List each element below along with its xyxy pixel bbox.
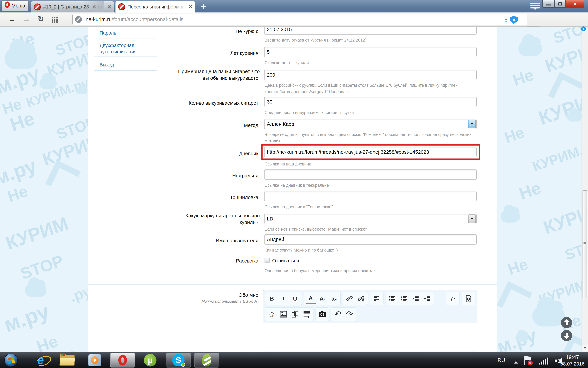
tab-personal-details[interactable]: Персональная информац ×	[115, 1, 195, 13]
network-signal-icon[interactable]	[539, 357, 548, 365]
adblock-shield-icon[interactable]: ×	[510, 16, 518, 24]
tab-forum-page[interactable]: #10_2 | Страница 23 | Фор ×	[31, 1, 114, 12]
taskbar-green-app-icon[interactable]	[194, 353, 219, 368]
price-input[interactable]	[264, 70, 477, 80]
ne-kurim-favicon	[34, 3, 41, 10]
count-label: Кол-во выкуриваемых сигарет:	[173, 100, 260, 106]
smilies-icon[interactable]: ☺	[267, 309, 277, 320]
address-bar: ← → ↻ ne-kurim.ru/forum/account/personal…	[0, 12, 588, 27]
opera-menu-label: Меню	[11, 3, 25, 9]
tray-time: 19:47	[559, 354, 586, 360]
taskbar-opera-icon[interactable]	[110, 353, 135, 368]
bold-icon[interactable]: B	[267, 293, 277, 304]
taskbar-skype-icon[interactable]: S	[166, 353, 191, 368]
quit-date-input[interactable]	[264, 27, 477, 35]
svg-text:2: 2	[401, 299, 402, 301]
sidebar-item-password[interactable]: Пароль	[100, 30, 156, 36]
minimize-button[interactable]	[542, 0, 555, 8]
unordered-list-icon[interactable]	[387, 293, 398, 304]
about-editor-body[interactable]	[263, 323, 477, 351]
insert-link-icon[interactable]	[344, 293, 355, 304]
opera-menu-button[interactable]: Меню	[1, 0, 28, 11]
window-controls: ×	[542, 0, 584, 8]
insert-media-icon[interactable]	[290, 309, 300, 320]
brand-select[interactable]: LD ▼	[264, 214, 477, 224]
chevron-down-icon[interactable]: ▼	[468, 120, 476, 129]
start-button[interactable]	[4, 354, 18, 367]
blocked-count: 5	[505, 17, 508, 23]
language-indicator[interactable]: RU	[498, 357, 505, 363]
method-value: Аллен Карр	[267, 121, 294, 127]
years-input[interactable]	[264, 47, 477, 57]
toshnilovka-input[interactable]	[264, 191, 477, 201]
reload-icon[interactable]: ↻	[36, 13, 46, 24]
taskbar-explorer-icon[interactable]	[55, 353, 80, 368]
url-field[interactable]: ne-kurim.ru/forum/account/personal-detai…	[72, 14, 527, 25]
price-label: Примерная цена пачки сигарет, что вы обы…	[173, 68, 260, 81]
taskbar-internet-explorer-icon[interactable]: e	[28, 353, 53, 368]
method-hint: Выберите один из пунктов в выпадающем сп…	[264, 131, 483, 144]
scroll-to-bottom-button[interactable]	[561, 330, 572, 341]
sidebar-item-two-factor[interactable]: Двухфакторная аутентификация	[100, 42, 156, 55]
action-center-flag-icon[interactable]: ×	[525, 356, 531, 365]
about-label: Обо мне:	[173, 292, 260, 298]
mailing-checkbox[interactable]	[264, 258, 270, 263]
indent-icon[interactable]	[422, 293, 432, 304]
text-color-icon[interactable]: A	[305, 293, 316, 304]
watermark-cloud-shape	[567, 112, 582, 122]
mailing-label: Рассылка:	[173, 258, 260, 264]
watermark-text: Не	[510, 65, 536, 90]
watermark-text: КУРИМ	[541, 198, 588, 238]
tab-close-icon[interactable]: ×	[108, 3, 111, 10]
tray-expand-icon[interactable]	[514, 359, 518, 364]
forward-icon[interactable]: →	[21, 13, 31, 24]
remove-link-icon[interactable]	[356, 293, 367, 304]
scroll-to-top-button[interactable]	[561, 317, 572, 328]
back-icon[interactable]: ←	[7, 13, 17, 24]
italic-icon[interactable]: I	[278, 293, 289, 304]
taskbar-utorrent-icon[interactable]: µ	[138, 353, 163, 368]
watermark-text: Не	[506, 255, 530, 278]
ordered-list-icon[interactable]: 1 2	[399, 293, 409, 304]
outdent-icon[interactable]	[410, 293, 421, 304]
bbcode-source-icon[interactable]	[463, 293, 474, 304]
tab-close-icon[interactable]: ×	[189, 3, 192, 10]
tab-list-menu-icon[interactable]	[530, 3, 540, 11]
underline-icon[interactable]: U	[290, 293, 300, 304]
scrollbar-thumb[interactable]	[582, 190, 587, 298]
watermark-cloud-shape	[25, 283, 46, 297]
chevron-down-icon[interactable]: ▼	[468, 214, 476, 223]
redo-icon[interactable]: ↷	[344, 309, 355, 320]
insert-quote-icon[interactable]	[301, 309, 312, 320]
page-globe-icon	[75, 16, 82, 23]
title-bar: Меню #10_2 | Страница 23 | Фор × Персона…	[0, 0, 588, 12]
remove-formatting-icon[interactable]: Tx	[448, 293, 458, 304]
method-select[interactable]: Аллен Карр ▼	[264, 119, 477, 129]
username-input[interactable]	[264, 234, 477, 245]
quit-date-hint: Введите дату отказа от курения (Формат 2…	[264, 37, 483, 43]
text-align-icon[interactable]	[371, 293, 382, 304]
undo-icon[interactable]: ↶	[333, 309, 343, 320]
upload-photo-icon[interactable]	[317, 309, 328, 320]
nezhralnya-input[interactable]	[264, 169, 477, 180]
watermark-cloud-shape	[516, 333, 528, 342]
restore-button[interactable]	[555, 0, 566, 8]
url-text[interactable]: ne-kurim.ru/forum/account/personal-detai…	[86, 17, 183, 22]
close-button[interactable]: ×	[566, 0, 584, 8]
scrollbar-down-arrow[interactable]: ▼	[582, 345, 588, 351]
count-input[interactable]	[264, 97, 477, 107]
watermark-cloud-shape	[518, 41, 542, 56]
font-family-icon[interactable]: aa	[329, 293, 339, 304]
watermark-cloud-shape	[77, 87, 88, 94]
taskbar-media-player-icon[interactable]	[82, 353, 107, 368]
speed-dial-icon[interactable]	[52, 17, 53, 18]
tray-clock[interactable]: 19:47 08.07.2016	[559, 354, 586, 367]
scrollbar[interactable]: ▼	[581, 27, 588, 352]
about-editor[interactable]: B I U A A↕ aa	[263, 290, 477, 352]
insert-image-icon[interactable]	[278, 309, 289, 320]
sidebar-item-logout[interactable]: Выход	[100, 62, 156, 68]
font-size-icon[interactable]: A↕	[317, 293, 328, 304]
method-label: Метод:	[173, 122, 260, 129]
new-tab-button[interactable]: +	[199, 2, 209, 11]
watermark-cloud-shape	[532, 305, 565, 326]
